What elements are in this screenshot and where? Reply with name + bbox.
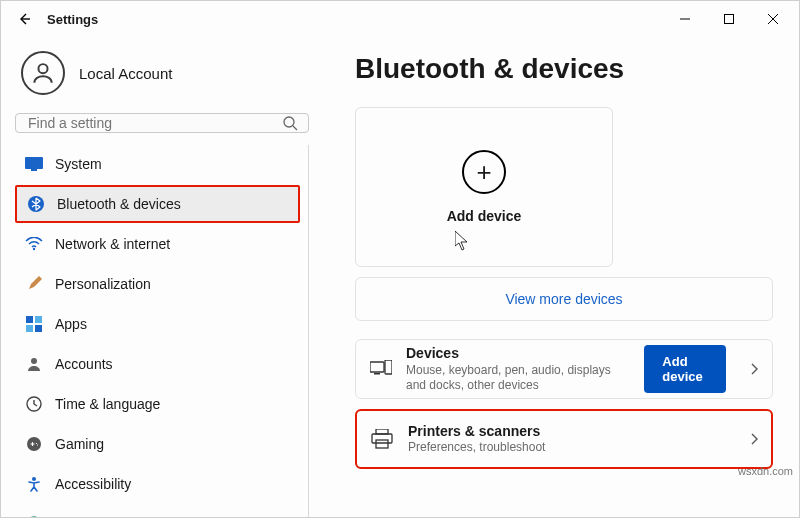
sidebar-item-gaming[interactable]: Gaming: [15, 425, 300, 463]
row-subtitle: Preferences, troubleshoot: [408, 440, 545, 455]
page-title: Bluetooth & devices: [355, 53, 773, 85]
sidebar-item-label: Accessibility: [55, 476, 131, 492]
svg-point-16: [31, 358, 37, 364]
clock-icon: [25, 395, 43, 413]
plus-icon: +: [462, 150, 506, 194]
user-name: Local Account: [79, 65, 172, 82]
chevron-right-icon: [750, 433, 758, 445]
svg-rect-15: [35, 325, 42, 332]
close-button[interactable]: [751, 1, 795, 37]
watermark: wsxdn.com: [738, 465, 793, 477]
svg-point-5: [38, 64, 47, 73]
nav-list: System Bluetooth & devices Network & int…: [15, 145, 309, 518]
row-printers[interactable]: Printers & scanners Preferences, trouble…: [355, 409, 773, 469]
wifi-icon: [25, 235, 43, 253]
svg-rect-14: [26, 325, 33, 332]
accessibility-icon: [25, 475, 43, 493]
bluetooth-icon: [27, 195, 45, 213]
add-device-label: Add device: [447, 208, 522, 224]
apps-icon: [25, 315, 43, 333]
svg-point-11: [33, 248, 35, 250]
svg-point-19: [32, 477, 36, 481]
account-icon: [25, 355, 43, 373]
devices-icon: [370, 357, 392, 381]
row-title: Devices: [406, 345, 630, 363]
back-button[interactable]: [11, 6, 37, 32]
svg-rect-24: [372, 434, 392, 443]
sidebar-item-label: Accounts: [55, 356, 113, 372]
row-devices[interactable]: Devices Mouse, keyboard, pen, audio, dis…: [355, 339, 773, 399]
main-panel: Bluetooth & devices + Add device View mo…: [319, 37, 799, 517]
sidebar-item-label: System: [55, 156, 102, 172]
svg-rect-23: [376, 429, 388, 434]
sidebar-item-privacy[interactable]: Privacy & security: [15, 505, 300, 518]
brush-icon: [25, 275, 43, 293]
svg-rect-8: [25, 157, 43, 169]
svg-rect-20: [370, 362, 384, 372]
search-icon: [282, 115, 298, 131]
user-block[interactable]: Local Account: [15, 45, 309, 113]
maximize-button[interactable]: [707, 1, 751, 37]
maximize-icon: [723, 13, 735, 25]
svg-rect-22: [385, 360, 392, 374]
sidebar-item-system[interactable]: System: [15, 145, 300, 183]
printer-icon: [370, 427, 394, 451]
svg-rect-25: [376, 440, 388, 448]
sidebar-item-bluetooth[interactable]: Bluetooth & devices: [15, 185, 300, 223]
svg-rect-13: [35, 316, 42, 323]
sidebar-item-label: Apps: [55, 316, 87, 332]
row-text: Devices Mouse, keyboard, pen, audio, dis…: [406, 345, 630, 393]
search-input[interactable]: [15, 113, 309, 133]
sidebar-item-accessibility[interactable]: Accessibility: [15, 465, 300, 503]
svg-line-7: [293, 126, 297, 130]
svg-rect-21: [374, 373, 380, 375]
row-subtitle: Mouse, keyboard, pen, audio, displays an…: [406, 363, 630, 393]
sidebar-item-accounts[interactable]: Accounts: [15, 345, 300, 383]
minimize-icon: [679, 13, 691, 25]
svg-rect-2: [725, 15, 734, 24]
titlebar: Settings: [1, 1, 799, 37]
gaming-icon: [25, 435, 43, 453]
row-title: Printers & scanners: [408, 423, 545, 441]
chevron-right-icon: [750, 363, 758, 375]
svg-rect-9: [31, 169, 37, 171]
window-controls: [663, 1, 795, 37]
back-arrow-icon: [16, 11, 32, 27]
add-device-button[interactable]: Add device: [644, 345, 726, 393]
display-icon: [25, 155, 43, 173]
close-icon: [767, 13, 779, 25]
sidebar-item-personalization[interactable]: Personalization: [15, 265, 300, 303]
sidebar-item-label: Bluetooth & devices: [57, 196, 181, 212]
add-device-tile[interactable]: + Add device: [355, 107, 613, 267]
sidebar-item-label: Personalization: [55, 276, 151, 292]
sidebar-item-label: Gaming: [55, 436, 104, 452]
sidebar-item-apps[interactable]: Apps: [15, 305, 300, 343]
svg-point-6: [284, 117, 294, 127]
sidebar-item-time[interactable]: Time & language: [15, 385, 300, 423]
minimize-button[interactable]: [663, 1, 707, 37]
sidebar: Local Account System Bluetooth & devices…: [1, 37, 319, 517]
avatar: [21, 51, 65, 95]
sidebar-item-label: Network & internet: [55, 236, 170, 252]
view-more-devices[interactable]: View more devices: [355, 277, 773, 321]
svg-rect-12: [26, 316, 33, 323]
sidebar-item-network[interactable]: Network & internet: [15, 225, 300, 263]
person-icon: [30, 60, 56, 86]
row-text: Printers & scanners Preferences, trouble…: [408, 423, 545, 456]
sidebar-item-label: Time & language: [55, 396, 160, 412]
search-field[interactable]: [26, 114, 282, 132]
window-title: Settings: [47, 12, 98, 27]
